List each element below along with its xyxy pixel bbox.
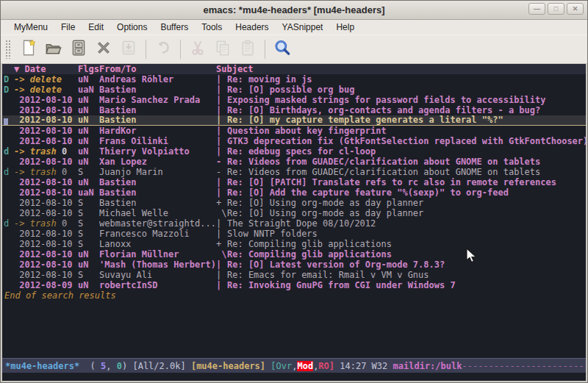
header-row[interactable]: 2012-08-10SBastien+Re: [O] Using org-mod… — [2, 198, 586, 208]
column-from[interactable]: From/To — [99, 64, 216, 74]
subject-cell: Re: Compiling glib applications — [227, 239, 586, 249]
header-row[interactable]: d-> trash 0Swebmaster@straightd...|The S… — [2, 218, 586, 229]
flags-cell: S — [78, 229, 99, 239]
header-row[interactable]: D-> deleteuaNBastien|Re: [O] possible or… — [2, 85, 586, 95]
mark-target-label: -> trash — [14, 218, 57, 229]
mode-line-segment-plain: , — [292, 361, 297, 371]
menu-item-edit[interactable]: Edit — [82, 21, 110, 34]
mode-line-segment-minor: [mu4e-headers] — [191, 361, 270, 371]
column-date[interactable]: ▼ Date — [14, 64, 78, 74]
header-row[interactable]: d-> trash 0uNThierry Volpiatto|Re: edebu… — [2, 146, 586, 157]
toolbar-drag-handle[interactable] — [5, 40, 12, 59]
undo-arrow-icon — [154, 38, 173, 60]
menu-item-help[interactable]: Help — [330, 21, 360, 34]
search-magnifier-button[interactable] — [270, 37, 295, 61]
flags-cell: uN — [78, 157, 99, 167]
cut-scissors-button[interactable] — [185, 37, 210, 61]
flags-cell: S — [78, 218, 99, 229]
close-button[interactable]: ✕ — [567, 3, 584, 15]
header-row[interactable]: 2012-08-10uaNBastien|Re: [O] Add the cap… — [2, 187, 586, 198]
new-file-icon — [19, 38, 38, 60]
header-row[interactable]: 2012-08-10uNBastien|Re: [O] [PATCH] Tran… — [2, 177, 586, 187]
from-cell: Lanoxx — [99, 239, 216, 249]
new-file-button[interactable] — [16, 37, 41, 61]
close-x-button[interactable] — [91, 37, 116, 61]
header-row[interactable]: 2012-08-10uN'Mash (Thomas Herbert)|Re: [… — [2, 259, 586, 270]
thread-prefix: + — [216, 198, 227, 208]
thread-prefix: | — [216, 187, 227, 198]
thread-prefix: | — [216, 95, 227, 105]
thread-prefix: | — [216, 218, 227, 229]
paste-clipboard-button[interactable] — [235, 37, 260, 61]
text-cursor — [4, 118, 8, 126]
subject-cell: Exposing masked strings for password fie… — [227, 95, 586, 105]
header-row[interactable]: 2012-08-10uNFlorian Müllner \Re: Compili… — [2, 249, 586, 259]
mark-char — [4, 187, 14, 198]
subject-cell: The Straight Dope 08/10/2012 — [227, 218, 586, 229]
column-flags[interactable]: Flgs — [78, 64, 99, 74]
maximize-button[interactable]: □ — [548, 3, 564, 15]
menu-item-yasnippet[interactable]: YASnippet — [276, 21, 329, 34]
flags-cell: S — [78, 198, 99, 208]
undo-arrow-button[interactable] — [151, 37, 176, 61]
mode-line-segment-plain: ) — [122, 361, 132, 371]
menu-item-mymenu[interactable]: MyMenu — [8, 21, 54, 34]
toolbar-separator — [146, 40, 146, 59]
copy-pages-button[interactable] — [210, 37, 235, 61]
toolbar-separator — [265, 40, 265, 59]
header-row[interactable]: D-> deleteuNAndreas Röhler|Re: moving in… — [2, 74, 586, 85]
mark-char — [4, 259, 14, 270]
flags-cell: uN — [78, 249, 99, 259]
thread-prefix: - — [216, 167, 227, 177]
header-row[interactable]: 2012-08-10SMichael Welle \Re: [O] Using … — [2, 208, 586, 218]
header-row[interactable]: 2012-08-10uNHardKor|Question about key f… — [2, 126, 586, 136]
minimize-button[interactable]: — — [528, 3, 545, 15]
subject-cell: Re: Videos from GUADEC/clarification abo… — [227, 157, 586, 167]
mode-line-segment-num1: 5 — [101, 361, 106, 371]
date-cell: 2012-08-10 — [14, 115, 78, 125]
save-cabinet-button[interactable] — [66, 37, 91, 61]
headers-list: D-> deleteuNAndreas Röhler|Re: moving in… — [2, 74, 586, 290]
open-folder-button[interactable] — [41, 37, 66, 61]
flags-cell: S — [78, 270, 99, 280]
subject-cell: Re: [O] [PATCH] Translate refs to rc als… — [227, 177, 586, 187]
subject-cell: Re: moving in js — [227, 74, 586, 85]
from-cell: 'Mash (Thomas Herbert) — [99, 259, 216, 270]
header-row[interactable]: 2012-08-10uNXan Lopez-Re: Videos from GU… — [2, 157, 586, 167]
menu-item-buffers[interactable]: Buffers — [154, 21, 194, 34]
mark-target-label: -> trash — [14, 146, 57, 157]
column-subject[interactable]: Subject — [216, 64, 586, 74]
header-row[interactable]: 2012-08-10uNFrans Oilinki|GTK3 deprecati… — [2, 136, 586, 146]
window-title: emacs: *mu4e-headers* [mu4e-headers] — [203, 4, 384, 15]
date-cell: 2012-08-10 — [14, 136, 78, 146]
header-row[interactable]: 2012-08-10uNBastien|Re: [O] Birthdays, o… — [2, 105, 586, 115]
subject-cell: Question about key fingerprint — [227, 126, 586, 136]
cut-scissors-icon — [188, 38, 207, 60]
from-cell: Xan Lopez — [99, 157, 216, 167]
menu-item-headers[interactable]: Headers — [229, 21, 274, 34]
header-row[interactable]: 2012-08-10uNMario Sanchez Prada|Exposing… — [2, 95, 586, 105]
mark-char: d — [4, 218, 14, 229]
thread-prefix: | — [216, 115, 227, 125]
header-row[interactable]: d-> trash 0SJuanjo Marin-Re: Videos from… — [2, 167, 586, 177]
menu-item-file[interactable]: File — [55, 21, 81, 34]
header-row[interactable]: 2012-08-09uNrobertcInSD|Re: Invoking Gnu… — [2, 280, 586, 290]
thread-prefix: \ — [216, 208, 227, 218]
header-row[interactable]: 2012-08-10SLanoxx+Re: Compiling glib app… — [2, 239, 586, 249]
from-cell: Michael Welle — [99, 208, 216, 218]
import-box-icon — [119, 38, 138, 60]
thread-prefix: | — [216, 259, 227, 270]
header-row[interactable]: 2012-08-10uNBastien|Re: [O] my capture t… — [2, 115, 586, 126]
from-cell: Mario Sanchez Prada — [99, 95, 216, 105]
import-box-button[interactable] — [116, 37, 141, 61]
from-cell: Frans Oilinki — [99, 136, 216, 146]
echo-area[interactable] — [2, 373, 586, 381]
header-row[interactable]: 2012-08-10SFrancesco Mazzoli|Slow NNTP f… — [2, 229, 586, 239]
menu-item-options[interactable]: Options — [111, 21, 153, 34]
open-folder-icon — [44, 38, 63, 60]
menu-item-tools[interactable]: Tools — [196, 21, 228, 34]
subject-cell: Re: Emacs for email: Rmail v VM v Gnus — [227, 270, 586, 280]
from-cell: Juanjo Marin — [99, 167, 216, 177]
header-row[interactable]: 2012-08-10SSuvayu Ali|Re: Emacs for emai… — [2, 270, 586, 280]
thread-prefix: | — [216, 136, 227, 146]
